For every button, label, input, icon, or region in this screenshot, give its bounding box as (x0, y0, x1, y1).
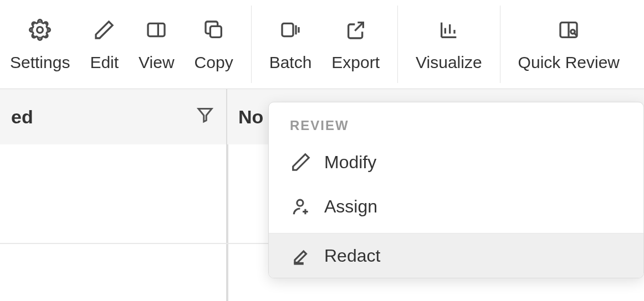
dropdown-item-label: Assign (324, 196, 377, 217)
table-cell (227, 144, 228, 243)
visualize-button[interactable]: Visualize (406, 0, 492, 89)
gear-icon (29, 17, 51, 43)
dropdown-item-label: Redact (324, 246, 380, 266)
copy-icon (203, 17, 225, 43)
dropdown-item-redact[interactable]: Redact (269, 233, 643, 278)
visualize-label: Visualize (416, 53, 482, 72)
settings-label: Settings (10, 53, 70, 72)
table-cell (0, 144, 227, 243)
toolbar: Settings Edit View Copy Batch Export Vis… (0, 0, 644, 89)
export-button[interactable]: Export (321, 0, 390, 89)
dropdown-item-label: Modify (324, 152, 376, 173)
toolbar-divider (397, 6, 398, 83)
toolbar-divider (500, 6, 500, 83)
copy-button[interactable]: Copy (185, 0, 243, 89)
export-label: Export (331, 53, 380, 72)
batch-button[interactable]: Batch (259, 0, 322, 89)
batch-dropdown: REVIEW Modify Assign Redact (268, 102, 644, 278)
table-cell (0, 244, 227, 301)
dropdown-item-assign[interactable]: Assign (269, 184, 643, 229)
edit-button[interactable]: Edit (80, 0, 129, 89)
table-cell (227, 244, 228, 301)
quick-review-label: Quick Review (518, 53, 620, 72)
column-header-1-text: ed (11, 106, 33, 128)
column-header-1[interactable]: ed (0, 89, 227, 144)
view-button[interactable]: View (129, 0, 184, 89)
pencil-icon (93, 17, 115, 43)
pencil-icon (290, 151, 312, 173)
batch-icon (279, 17, 301, 43)
edit-label: Edit (90, 53, 119, 72)
dropdown-section-label: REVIEW (269, 102, 643, 140)
copy-label: Copy (195, 53, 233, 72)
column-header-2-text: No (238, 106, 263, 128)
toolbar-divider (251, 6, 252, 83)
panel-icon (145, 17, 167, 43)
quick-review-icon (558, 17, 580, 43)
redact-icon (290, 245, 312, 267)
quick-review-button[interactable]: Quick Review (508, 0, 630, 89)
settings-button[interactable]: Settings (0, 0, 80, 89)
dropdown-item-modify[interactable]: Modify (269, 140, 643, 184)
batch-label: Batch (269, 53, 312, 72)
chart-icon (438, 17, 460, 43)
export-icon (345, 17, 367, 43)
view-label: View (139, 53, 174, 72)
filter-icon[interactable] (195, 105, 215, 129)
user-plus-icon (290, 195, 312, 217)
